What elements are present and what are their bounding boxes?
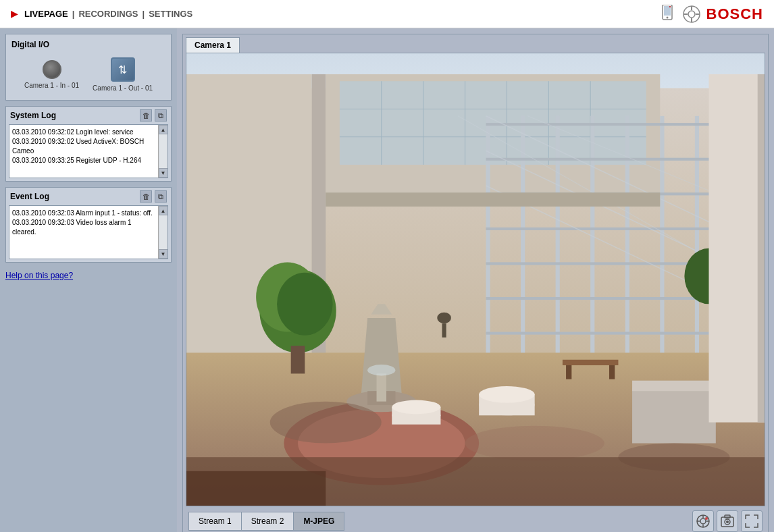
event-log-delete-btn[interactable]: 🗑 xyxy=(140,190,152,203)
snapshot-btn[interactable] xyxy=(717,510,738,532)
system-log-title: System Log xyxy=(10,111,56,120)
system-log-actions: 🗑 ⧉ xyxy=(140,109,167,122)
event-log-scroll-track xyxy=(159,215,167,249)
svg-rect-79 xyxy=(442,323,446,338)
header: ▶ LIVEPAGE | RECORDINGS | SETTINGS xyxy=(0,0,774,28)
main-layout: Digital I/O Camera 1 - In - 01 ⇅ Camera … xyxy=(0,28,774,532)
svg-rect-51 xyxy=(377,373,386,401)
system-log-scroll-track xyxy=(159,134,167,168)
io-output-label: Camera 1 - Out - 01 xyxy=(93,84,153,92)
event-log-title: Event Log xyxy=(10,192,49,201)
svg-rect-64 xyxy=(632,381,716,391)
digital-io-section: Digital I/O Camera 1 - In - 01 ⇅ Camera … xyxy=(5,34,172,101)
snapshot-icon xyxy=(720,514,735,529)
svg-point-81 xyxy=(465,426,604,461)
svg-point-78 xyxy=(437,313,451,324)
svg-point-2 xyxy=(666,16,668,18)
recordings-link[interactable]: RECORDINGS xyxy=(78,9,138,19)
event-log-section: Event Log 🗑 ⧉ 03.03.2010 09:32:03 Alarm … xyxy=(5,187,172,263)
svg-point-52 xyxy=(367,365,395,376)
event-log-scroll-down[interactable]: ▼ xyxy=(159,249,168,259)
io-arrows-icon: ⇅ xyxy=(118,63,127,76)
svg-rect-75 xyxy=(708,74,765,423)
digital-io-title: Digital I/O xyxy=(11,40,165,49)
camera-panel: Camera 1 xyxy=(182,34,769,532)
event-log-content: 03.03.2010 09:32:03 Alarm input 1 - stat… xyxy=(9,205,168,259)
svg-point-55 xyxy=(277,273,333,336)
svg-point-59 xyxy=(479,386,535,403)
camera-tabs: Camera 1 xyxy=(183,34,768,53)
nav-sep-2: | xyxy=(143,9,145,19)
svg-rect-71 xyxy=(566,365,571,379)
io-output-item: ⇅ Camera 1 - Out - 01 xyxy=(93,57,153,92)
camera-tab-1[interactable]: Camera 1 xyxy=(186,37,240,53)
stream-tab-1[interactable]: Stream 1 xyxy=(188,512,241,531)
system-log-text: 03.03.2010 09:32:02 Login level: service… xyxy=(12,128,154,165)
svg-rect-63 xyxy=(632,388,716,444)
svg-rect-76 xyxy=(758,74,765,423)
svg-point-91 xyxy=(705,517,708,520)
stream-tab-2[interactable]: Stream 2 xyxy=(241,512,294,531)
system-log-scroll-up[interactable]: ▲ xyxy=(159,125,168,134)
stream-tabs: Stream 1 Stream 2 M-JPEG xyxy=(188,512,344,531)
io-input-item: Camera 1 - In - 01 xyxy=(24,60,79,89)
io-items: Camera 1 - In - 01 ⇅ Camera 1 - Out - 01 xyxy=(11,55,165,95)
svg-point-5 xyxy=(688,11,695,18)
bosch-logo: BOSCH xyxy=(706,5,763,23)
io-input-label: Camera 1 - In - 01 xyxy=(24,82,79,89)
event-log-scroll-up[interactable]: ▲ xyxy=(159,206,168,215)
event-log-header: Event Log 🗑 ⧉ xyxy=(6,188,171,205)
io-input-indicator xyxy=(43,60,61,79)
camera-scene xyxy=(186,53,765,506)
phone-icon xyxy=(658,5,677,24)
camera-settings-icon xyxy=(696,514,711,529)
svg-point-95 xyxy=(726,521,729,523)
help-link[interactable]: Help on this page? xyxy=(5,268,172,283)
svg-point-80 xyxy=(270,402,382,444)
fullscreen-icon xyxy=(744,514,759,529)
svg-point-86 xyxy=(700,518,706,524)
system-log-delete-btn[interactable]: 🗑 xyxy=(140,109,152,122)
system-log-copy-btn[interactable]: ⧉ xyxy=(155,109,167,122)
event-log-copy-btn[interactable]: ⧉ xyxy=(155,190,167,203)
livepage-link[interactable]: LIVEPAGE xyxy=(24,9,68,19)
event-log-actions: 🗑 ⧉ xyxy=(140,190,167,203)
nav-triangle: ▶ xyxy=(11,9,18,19)
system-log-section: System Log 🗑 ⧉ 03.03.2010 09:32:02 Login… xyxy=(5,106,172,182)
svg-rect-94 xyxy=(725,515,730,518)
svg-point-62 xyxy=(392,400,440,415)
bottom-controls: Stream 1 Stream 2 M-JPEG xyxy=(183,506,768,532)
svg-rect-70 xyxy=(563,360,619,365)
svg-point-3 xyxy=(669,6,671,7)
system-log-scrollbar: ▲ ▼ xyxy=(158,125,167,178)
wheel-icon xyxy=(682,5,701,24)
svg-rect-77 xyxy=(326,192,660,207)
svg-rect-72 xyxy=(609,365,615,379)
content-area: Camera 1 xyxy=(177,28,774,532)
svg-rect-1 xyxy=(664,6,671,16)
event-log-text: 03.03.2010 09:32:03 Alarm input 1 - stat… xyxy=(12,209,154,237)
stream-tab-mjpeg[interactable]: M-JPEG xyxy=(293,512,344,531)
svg-rect-84 xyxy=(186,471,326,506)
nav-sep-1: | xyxy=(72,9,75,19)
nav-links: ▶ LIVEPAGE | RECORDINGS | SETTINGS xyxy=(11,9,192,19)
sidebar: Digital I/O Camera 1 - In - 01 ⇅ Camera … xyxy=(0,28,177,532)
system-log-header: System Log 🗑 ⧉ xyxy=(6,107,171,124)
camera-settings-btn[interactable] xyxy=(692,510,714,532)
fullscreen-btn[interactable] xyxy=(741,510,763,532)
event-log-scrollbar: ▲ ▼ xyxy=(158,206,167,259)
system-log-scroll-down[interactable]: ▼ xyxy=(159,168,168,178)
io-output-button[interactable]: ⇅ xyxy=(111,57,135,82)
bottom-icons xyxy=(692,510,763,532)
camera-feed-area xyxy=(186,53,765,506)
system-log-content: 03.03.2010 09:32:02 Login level: service… xyxy=(9,124,168,178)
header-right: BOSCH xyxy=(658,5,763,24)
svg-rect-56 xyxy=(291,346,305,373)
settings-link[interactable]: SETTINGS xyxy=(149,9,192,19)
